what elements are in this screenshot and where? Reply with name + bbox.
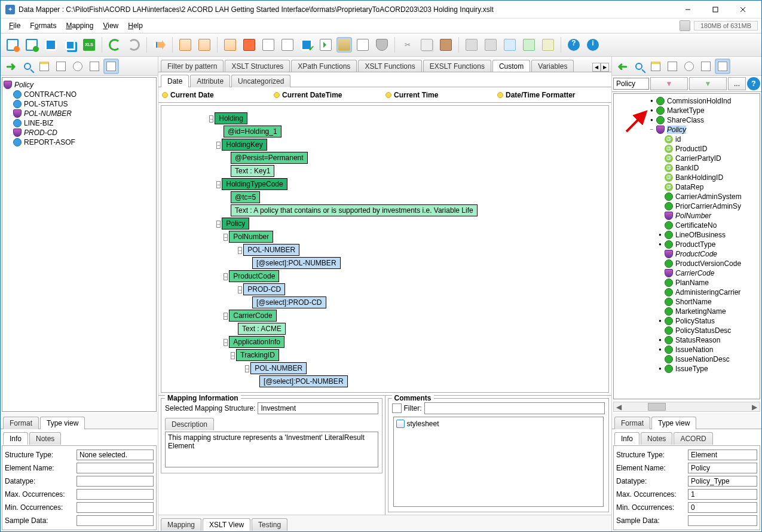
tree-expander-icon[interactable]: −: [648, 127, 655, 133]
source-edit-button[interactable]: [87, 59, 102, 74]
target-search-down[interactable]: ▼: [689, 77, 727, 90]
export-xls-button[interactable]: XLS: [81, 36, 97, 53]
xslt-node[interactable]: Text : ACME: [238, 323, 286, 335]
tree-expander-icon[interactable]: [657, 270, 663, 277]
target-tree-item[interactable]: @CarrierPartyID: [615, 154, 758, 163]
copy-button[interactable]: [418, 36, 435, 53]
source-notes-button[interactable]: [36, 59, 52, 74]
exit-button[interactable]: [151, 36, 168, 53]
target-search-up[interactable]: ▼: [650, 77, 688, 90]
target-tree-item[interactable]: @DataRep: [615, 182, 758, 192]
target-tree-item[interactable]: ●PolicyStatus: [615, 316, 758, 326]
menu-mapping[interactable]: Mapping: [61, 20, 98, 31]
source-datatype-value[interactable]: [76, 476, 154, 487]
target-tree-item[interactable]: @id: [615, 134, 758, 144]
close-button[interactable]: [729, 1, 757, 18]
target-tree-item[interactable]: PlanName: [615, 278, 758, 288]
source-notes-tab[interactable]: Notes: [29, 432, 61, 445]
tree-expander-icon[interactable]: [657, 280, 663, 286]
target-sample-value[interactable]: [688, 515, 757, 526]
target-structuretype-value[interactable]: Element: [688, 450, 757, 460]
maximize-button[interactable]: [702, 1, 729, 18]
xslt-node[interactable]: [@select]:POL-NUMBER: [252, 257, 341, 269]
target-format-tab[interactable]: Format: [614, 417, 650, 429]
target-typeview-tab[interactable]: Type view: [651, 417, 696, 429]
xslt-node[interactable]: PolNumber: [229, 231, 273, 243]
view4-button[interactable]: [279, 36, 296, 53]
source-format-tab[interactable]: Format: [3, 417, 39, 429]
tab-variables[interactable]: Variables: [531, 60, 574, 72]
description-text[interactable]: [165, 432, 378, 467]
expander-icon[interactable]: −: [224, 234, 228, 241]
save-action-button[interactable]: ✔: [298, 36, 315, 53]
about-button[interactable]: i: [584, 36, 601, 53]
bottom-tab-xsltview[interactable]: XSLT View: [203, 518, 250, 531]
tree-expander-icon[interactable]: ●: [648, 117, 655, 124]
target-edit-button[interactable]: [698, 59, 714, 74]
tree-expander-icon[interactable]: [657, 289, 663, 296]
tree-expander-icon[interactable]: [657, 184, 663, 191]
tab-custom[interactable]: Custom: [492, 60, 530, 72]
tree-expander-icon[interactable]: [657, 155, 663, 162]
target-elementname-value[interactable]: Policy: [688, 463, 757, 473]
target-eye-button[interactable]: [681, 59, 697, 74]
tree-expander-icon[interactable]: [657, 299, 663, 305]
target-tree-item[interactable]: PriorCarrierAdminSy: [615, 201, 758, 211]
tree-expander-icon[interactable]: [657, 356, 663, 363]
db-button[interactable]: [374, 36, 390, 53]
source-search-button[interactable]: [20, 59, 35, 74]
tree-expander-icon[interactable]: [657, 328, 663, 334]
source-highlight-button[interactable]: [103, 59, 119, 74]
target-tree-item[interactable]: @BankID: [615, 163, 758, 173]
xslt-node[interactable]: ProductCode: [229, 270, 279, 282]
subtab-uncategorized[interactable]: Uncategorized: [231, 75, 290, 87]
target-tree-item[interactable]: −Policy: [615, 125, 758, 134]
target-tree-item[interactable]: PolNumber: [615, 211, 758, 221]
menu-view[interactable]: View: [98, 20, 123, 31]
xslt-node[interactable]: HoldingTypeCode: [222, 178, 287, 190]
target-notes-tab[interactable]: Notes: [641, 432, 672, 445]
tree-expander-icon[interactable]: ●: [648, 98, 655, 105]
save-all-button[interactable]: [62, 36, 78, 53]
target-tree-item[interactable]: ●ShareClass: [615, 115, 758, 125]
tree-expander-icon[interactable]: [657, 261, 663, 267]
help-button[interactable]: ?: [565, 36, 582, 53]
target-tree-item[interactable]: CarrierCode: [615, 268, 758, 278]
group1-button[interactable]: [463, 36, 480, 53]
expander-icon[interactable]: −: [216, 221, 221, 228]
xslt-node[interactable]: @id=Holding_1: [224, 126, 281, 137]
expander-icon[interactable]: −: [216, 142, 221, 149]
tree-expander-icon[interactable]: ●: [657, 366, 663, 372]
xslt-node[interactable]: POL-NUMBER: [243, 244, 299, 256]
fn-current-datetime[interactable]: Current DateTime: [274, 91, 384, 99]
target-search-button[interactable]: [631, 59, 647, 74]
menu-help[interactable]: Help: [123, 20, 148, 31]
tree-expander-icon[interactable]: ●: [657, 318, 663, 325]
fn-current-date[interactable]: Current Date: [162, 91, 273, 99]
tab-filter[interactable]: Filter by pattern: [161, 60, 224, 72]
expander-icon[interactable]: −: [238, 286, 242, 293]
group5-button[interactable]: [540, 36, 556, 53]
tree-expander-icon[interactable]: ●: [657, 347, 663, 353]
target-info-tab[interactable]: Info: [614, 432, 639, 445]
target-in-button[interactable]: ➜: [614, 59, 630, 74]
target-tree-item[interactable]: ●LineOfBusiness: [615, 230, 758, 240]
tab-xslt-functions[interactable]: XSLT Functions: [358, 60, 421, 72]
menu-file[interactable]: File: [4, 20, 25, 31]
target-help-button[interactable]: ?: [747, 77, 760, 90]
redo-button[interactable]: [126, 36, 142, 53]
source-typeview-tab[interactable]: Type view: [40, 417, 85, 429]
source-eye-button[interactable]: [70, 59, 85, 74]
target-maxocc-value[interactable]: 1: [688, 489, 757, 500]
subtab-date[interactable]: Date: [161, 75, 189, 87]
doc-new-button[interactable]: [177, 36, 194, 53]
xslt-node[interactable]: @Persist=Permanent: [231, 152, 308, 164]
target-acord-tab[interactable]: ACORD: [674, 432, 712, 445]
target-tree-item[interactable]: AdministeringCarrier: [615, 288, 758, 297]
source-tree-item[interactable]: CONTRACT-NO: [4, 90, 155, 99]
comments-item[interactable]: stylesheet: [407, 420, 439, 428]
xslt-node[interactable]: Text : A policy that contains or is supp…: [231, 204, 478, 216]
xslt-node[interactable]: TrackingID: [236, 349, 279, 361]
target-minocc-value[interactable]: 0: [688, 502, 757, 513]
expander-icon[interactable]: −: [231, 352, 235, 359]
